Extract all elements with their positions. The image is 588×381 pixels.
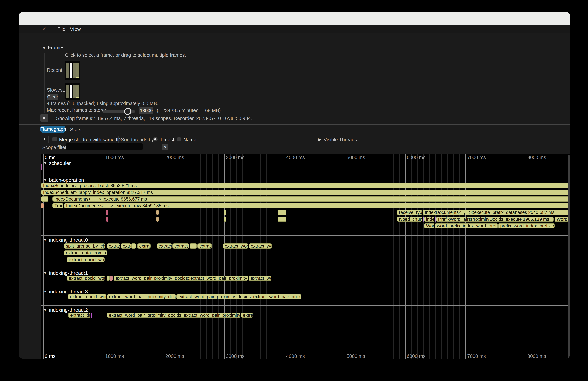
flame-bar[interactable]: extract_word_pair_proximity_docids [107, 294, 176, 299]
flame-bar[interactable]: extract_word_pair_proximity_docids::extr… [176, 294, 301, 299]
flame-bar[interactable] [156, 216, 159, 222]
axis-tick-label: 0 ms [45, 155, 55, 160]
flame-bar[interactable] [131, 243, 136, 249]
thread-section-header[interactable]: ▼indexing-thread:3 [43, 289, 88, 294]
flame-bar[interactable]: receive_typed_ [397, 210, 422, 215]
flame-bar[interactable]: extract_wo [249, 243, 272, 249]
scope-filter-input[interactable] [66, 143, 143, 150]
flame-bar[interactable]: IndexScheduler>::apply_index_operation 8… [41, 190, 570, 195]
axis-tick-label: 8000 ms [527, 354, 546, 359]
flame-bar[interactable]: extract_word [223, 243, 248, 249]
flame-bar[interactable]: extract_docid_word [67, 275, 105, 281]
frame-duration-stripe[interactable] [76, 85, 79, 98]
menu-view[interactable]: View [70, 26, 81, 32]
slowest-label: Slowest: [47, 87, 65, 93]
flame-bar[interactable]: PrefixWordPairsProximityDocids::execute … [436, 216, 554, 222]
flame-bar[interactable] [41, 203, 44, 208]
thread-section-header[interactable]: ▼indexing-thread:1 [43, 270, 88, 276]
flamegraph-canvas[interactable]: 0 ms1000 ms2000 ms3000 ms4000 ms5000 ms6… [41, 154, 570, 359]
flame-bar[interactable] [422, 216, 423, 222]
app-menu-icon[interactable]: ✳ [42, 26, 46, 32]
flame-bar[interactable] [224, 216, 226, 222]
flame-bar[interactable]: extra [121, 243, 131, 249]
flame-bar[interactable]: extract [197, 243, 212, 249]
flame-bar[interactable] [41, 164, 42, 170]
clear-button[interactable]: Clear [47, 94, 58, 100]
flame-bar[interactable] [105, 243, 106, 249]
tab-stats[interactable]: Stats [70, 127, 81, 132]
vertical-scrollbar[interactable] [568, 155, 569, 359]
flame-bar[interactable]: word_prefix::index_word_prefix_ [435, 223, 498, 229]
flame-bar[interactable]: IndexDocuments<_, _>::execute_raw 8459.1… [64, 203, 570, 208]
flame-bar[interactable] [114, 210, 114, 215]
frames-section-header[interactable]: ▼Frames [42, 45, 64, 50]
flame-bar[interactable]: extract_word_pair_proximity_docids::extr… [107, 313, 240, 318]
frame-duration-stripe[interactable] [70, 63, 72, 78]
flame-bar[interactable]: IndexDocuments<_, _>::execute_prefix_dat… [423, 210, 570, 215]
axis-baseline [41, 161, 570, 161]
flame-bar[interactable]: extract_docid_word [67, 257, 105, 262]
flame-bar[interactable]: extrac [241, 313, 253, 318]
flame-bar[interactable]: IndexScheduler>::process_batch 8953.821 … [41, 183, 570, 188]
flame-bar[interactable] [91, 313, 92, 318]
flame-bar[interactable] [110, 275, 113, 281]
axis-tick-label: 3000 ms [226, 155, 245, 160]
thread-section-header[interactable]: ▼indexing-thread:2 [43, 307, 88, 313]
recent-frames-thumbnail[interactable] [65, 61, 80, 80]
sort-descending-icon[interactable]: ⬇ [171, 137, 175, 143]
flame-bar[interactable]: extract_ [172, 243, 189, 249]
thread-section-header[interactable]: ▼scheduler [43, 160, 71, 166]
flame-bar[interactable]: extract_word_pair_proximity_docids::extr… [114, 275, 248, 281]
flame-bar[interactable] [224, 210, 226, 215]
flame-bar[interactable]: extract::data_from_ob [64, 250, 107, 255]
flame-bar[interactable]: index [424, 216, 435, 222]
frame-duration-stripe[interactable] [70, 85, 72, 98]
flame-bar[interactable]: extract_docid_word [68, 294, 106, 299]
clear-filter-button[interactable]: x [162, 144, 168, 150]
play-button[interactable]: ▶ [41, 114, 48, 122]
flame-bar[interactable]: extract_doc [68, 313, 90, 318]
frame-duration-stripe[interactable] [66, 85, 69, 98]
flame-bar[interactable] [277, 216, 286, 222]
thread-section-header[interactable]: ▼indexing-thread:0 [43, 237, 88, 243]
slider-knob[interactable] [124, 108, 131, 115]
visible-threads-label[interactable]: Visible Threads [324, 137, 357, 143]
max-frames-estimate: (≈ 23428.5 minutes, ≈ 68 MB) [157, 108, 221, 113]
flame-bar[interactable] [106, 210, 108, 215]
flame-bar[interactable]: IndexDocuments<_, _>::execute 8656.677 m… [52, 196, 570, 202]
merge-children-checkbox[interactable] [52, 137, 57, 142]
slowest-frames-thumbnail[interactable] [65, 83, 80, 100]
thread-section-header[interactable]: ▼batch-operation [43, 177, 84, 183]
flame-bar[interactable] [41, 196, 48, 202]
flame-bar[interactable]: typed_chunk::w [397, 216, 422, 222]
frame-duration-stripe[interactable] [73, 85, 76, 98]
flame-bar[interactable] [277, 210, 286, 215]
frame-duration-stripe[interactable] [73, 63, 76, 78]
flame-bar[interactable]: extrac [137, 243, 150, 249]
menu-file[interactable]: File [57, 26, 65, 32]
flame-bar[interactable] [190, 243, 196, 249]
frame-duration-stripe[interactable] [66, 63, 69, 78]
flame-bar[interactable]: Word [424, 223, 435, 229]
flame-bar[interactable]: extract [107, 243, 120, 249]
flame-bar[interactable] [435, 216, 436, 222]
max-frames-value[interactable]: 18000 [139, 107, 153, 114]
flame-bar[interactable]: extract_wo [249, 275, 271, 281]
sort-time-radio[interactable] [153, 137, 158, 142]
flame-bar[interactable]: extract_ [157, 243, 172, 249]
flame-bar[interactable] [114, 216, 114, 222]
flame-bar[interactable]: split_grenad_by_chun [64, 243, 105, 249]
flame-bar[interactable] [106, 216, 108, 222]
flame-bar[interactable]: prefix_word::index_prefix_wo [498, 223, 555, 229]
axis-tick-label: 1000 ms [105, 155, 124, 160]
flame-bar[interactable]: Trans [52, 203, 63, 208]
sort-name-radio[interactable] [177, 137, 181, 142]
visible-threads-collapse-icon[interactable]: ▶ [318, 137, 321, 142]
flame-bar[interactable] [107, 275, 110, 281]
flame-bar[interactable]: WordPr [555, 216, 570, 222]
thread-name: indexing-thread:2 [49, 307, 88, 313]
flame-bar[interactable] [156, 210, 159, 215]
tab-flamegraph[interactable]: Flamegraph [41, 126, 65, 133]
frame-duration-stripe[interactable] [76, 63, 79, 78]
help-button[interactable]: ? [42, 137, 45, 143]
